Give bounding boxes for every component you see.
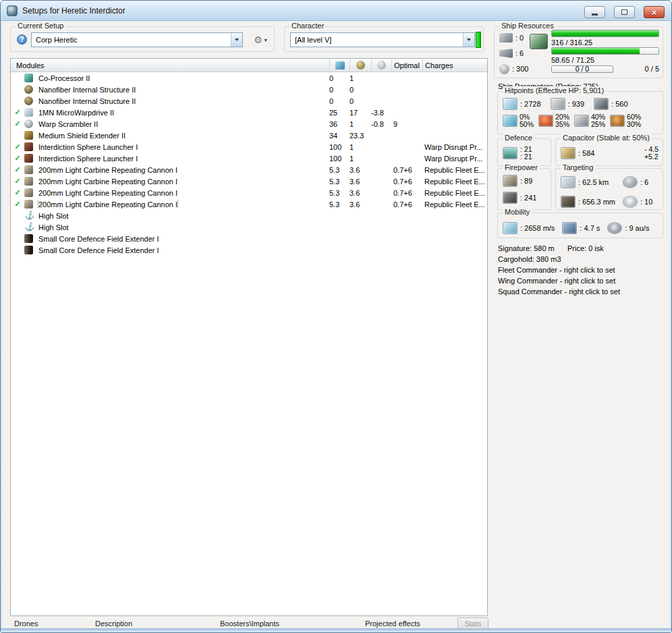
drone-slots-value: 0 / 5 xyxy=(645,65,659,73)
module-name: High Slot xyxy=(36,212,329,220)
setup-tools-button[interactable]: ⚙ ▾ xyxy=(248,33,273,47)
volley-icon xyxy=(503,175,517,187)
module-powergrid-usage: 17 xyxy=(349,109,371,117)
signature-radius: Signature: 580 m xyxy=(498,244,555,252)
powergrid-bar-label: 58.65 / 71.25 xyxy=(551,56,659,64)
module-row[interactable]: High Slot xyxy=(11,221,487,233)
module-row[interactable]: High Slot xyxy=(11,210,487,221)
wing-commander[interactable]: Wing Commander - right click to set xyxy=(498,277,615,285)
tab-projected-effects[interactable]: Projected effects xyxy=(365,620,420,628)
minimize-icon xyxy=(592,13,598,16)
module-optimal-range: 0.7+6 xyxy=(391,177,422,186)
turret-hardpoints-icon xyxy=(499,33,513,43)
module-row[interactable]: ✓200mm Light Carbine Repeating Cannon I5… xyxy=(11,187,487,198)
module-cap-usage: -0.8 xyxy=(371,120,391,128)
squad-commander[interactable]: Squad Commander - right click to set xyxy=(498,287,620,296)
stats-button[interactable]: Stats xyxy=(457,617,488,629)
price: Price: 0 isk xyxy=(567,244,604,252)
module-row[interactable]: ✓Interdiction Sphere Launcher I1001Warp … xyxy=(11,153,487,164)
capacitor-column-header[interactable] xyxy=(371,59,391,72)
module-powergrid-usage: 3.6 xyxy=(349,200,371,209)
window-frame-left xyxy=(1,21,3,628)
kinetic-resist-icon xyxy=(574,115,589,127)
coprocessor-icon xyxy=(24,74,33,82)
kinetic-resist: 40% 25% xyxy=(574,113,605,128)
powergrid-column-header[interactable] xyxy=(349,59,371,72)
defence-icon xyxy=(503,147,517,159)
defence-bottom-value: : 21 xyxy=(520,153,532,161)
module-row[interactable]: Nanofiber Internal Structure II00 xyxy=(11,84,487,95)
tab-drones[interactable]: Drones xyxy=(14,620,38,628)
rig-icon xyxy=(24,234,33,243)
firepower-group: Firepower : 89 : 241 xyxy=(497,168,551,210)
optimal-column-header[interactable]: Optimal xyxy=(391,59,422,72)
charges-column-header[interactable]: Charges xyxy=(422,59,487,72)
sensor-strength-value: : 10 xyxy=(640,198,652,206)
module-name: Warp Scrambler II xyxy=(36,120,329,128)
close-button[interactable]: × xyxy=(644,6,665,18)
capacitor-group: Capacitor (Stable at: 50%) : 584 - 4.5 +… xyxy=(555,138,663,166)
tab-boosters-implants[interactable]: Boosters\Implants xyxy=(220,620,279,628)
thermal-armor-resist: 35% xyxy=(555,121,569,128)
module-row[interactable]: ✓200mm Light Carbine Repeating Cannon I5… xyxy=(11,198,487,210)
cpu-chip-icon xyxy=(530,34,548,49)
mobility-label: Mobility xyxy=(503,208,532,217)
cpu-column-header[interactable] xyxy=(329,59,349,72)
max-velocity-icon xyxy=(503,222,517,234)
mwd-icon xyxy=(24,108,33,117)
cpu-bar-label: 316 / 316.25 xyxy=(551,38,659,47)
module-row[interactable]: ✓200mm Light Carbine Repeating Cannon I5… xyxy=(11,175,487,187)
module-optimal-range: 0.7+6 xyxy=(391,200,422,209)
max-velocity-value: : 2658 m/s xyxy=(520,224,555,232)
dps-value: : 241 xyxy=(520,194,536,202)
current-setup-group: Current Setup ? Corp Heretic ⚙ ▾ xyxy=(10,26,275,52)
module-row[interactable]: Medium Shield Extender II3423.3 xyxy=(11,130,487,141)
module-row[interactable]: ✓200mm Light Carbine Repeating Cannon I5… xyxy=(11,164,487,175)
mobility-group: Mobility : 2658 m/s : 4.7 s : 9 au/s xyxy=(497,213,663,238)
em-resist: 0% 50% xyxy=(503,113,534,128)
active-check-icon: ✓ xyxy=(11,107,24,118)
firepower-label: Firepower xyxy=(503,163,540,172)
autocannon-icon xyxy=(24,177,33,186)
module-row[interactable]: ✓Interdiction Sphere Launcher I1001Warp … xyxy=(11,141,487,153)
fleet-commander[interactable]: Fleet Commander - right click to set xyxy=(498,266,615,274)
chevron-down-icon[interactable] xyxy=(231,33,242,47)
scan-resolution: : 656.3 mm xyxy=(561,194,623,209)
titlebar[interactable]: Setups for Heretic Interdictor × xyxy=(1,1,671,21)
help-icon[interactable]: ? xyxy=(17,34,27,45)
module-cpu-usage: 100 xyxy=(329,143,349,151)
em-resist-icon xyxy=(503,115,517,127)
tab-description[interactable]: Description xyxy=(95,620,132,628)
module-row[interactable]: Small Core Defence Field Extender I xyxy=(11,244,487,256)
module-row[interactable]: ✓Warp Scrambler II361-0.89 xyxy=(11,118,487,130)
character-label: Character xyxy=(289,22,326,30)
module-cpu-usage: 5.3 xyxy=(329,166,349,174)
module-name: 200mm Light Carbine Repeating Cannon I xyxy=(36,189,329,197)
chevron-down-icon[interactable] xyxy=(463,33,474,47)
volley-value: : 89 xyxy=(520,177,532,185)
capacitor-amount: : 584 xyxy=(578,149,594,157)
active-check-icon: ✓ xyxy=(11,198,24,210)
modules-header[interactable]: Modules Optimal Charges xyxy=(11,59,487,72)
autocannon-icon xyxy=(24,188,33,197)
eft-window: Setups for Heretic Interdictor × Current… xyxy=(0,0,672,633)
minimize-button[interactable] xyxy=(584,6,605,18)
ship-resources-label: Ship Resources xyxy=(499,22,556,30)
shield-hp-icon xyxy=(503,98,517,110)
module-cpu-usage: 0 xyxy=(329,74,349,82)
module-cpu-usage: 34 xyxy=(329,132,349,140)
module-row[interactable]: Nanofiber Internal Structure II00 xyxy=(11,95,487,107)
maximize-button[interactable] xyxy=(614,6,635,18)
em-armor-resist: 50% xyxy=(520,121,534,128)
sensor-strength: : 10 xyxy=(623,194,659,209)
character-combobox[interactable]: [All level V] xyxy=(290,32,475,47)
module-row[interactable]: Small Core Defence Field Extender I xyxy=(11,233,487,244)
module-cpu-usage: 36 xyxy=(329,120,349,128)
modules-panel: Modules Optimal Charges Co-Processor II0… xyxy=(10,58,488,616)
setup-combobox[interactable]: Corp Heretic xyxy=(31,32,243,47)
module-cpu-usage: 5.3 xyxy=(329,177,349,186)
module-row[interactable]: ✓1MN MicroWarpdrive II2517-3.8 xyxy=(11,107,487,118)
scan-resolution-icon xyxy=(561,196,576,208)
modules-column-header[interactable]: Modules xyxy=(11,59,329,72)
module-row[interactable]: Co-Processor II01 xyxy=(11,72,487,84)
